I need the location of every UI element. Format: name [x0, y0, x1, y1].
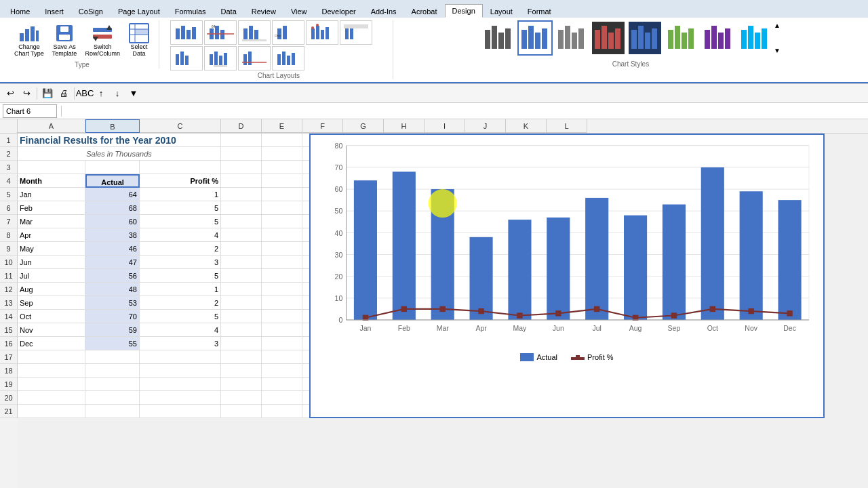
bar-11[interactable] — [778, 200, 802, 320]
chart-style-3[interactable] — [554, 20, 589, 56]
cell-a9[interactable]: May — [18, 242, 85, 256]
chart-style-4[interactable] — [591, 20, 626, 56]
undo-button[interactable]: ↩ — [3, 86, 18, 101]
chart-layout-5[interactable] — [306, 20, 338, 45]
cell-010[interactable] — [221, 256, 262, 269]
col-header-f[interactable]: F — [302, 119, 343, 133]
cell-c15[interactable]: 4 — [140, 323, 221, 337]
cell-c14[interactable]: 5 — [140, 310, 221, 323]
cell-c9[interactable]: 2 — [140, 242, 221, 256]
cell-c6[interactable]: 5 — [140, 201, 221, 215]
bar-10[interactable] — [740, 191, 763, 320]
cell-121[interactable] — [262, 405, 302, 418]
cell-013[interactable] — [221, 296, 262, 310]
cell-011[interactable] — [221, 269, 262, 283]
col-header-d[interactable]: D — [221, 119, 262, 133]
cell-b17[interactable] — [85, 350, 140, 364]
chart-style-1[interactable] — [481, 20, 516, 56]
cell-a4[interactable]: Month — [18, 174, 85, 188]
cell-11[interactable] — [262, 134, 302, 147]
cell-017[interactable] — [221, 350, 262, 364]
col-header-h[interactable]: H — [384, 119, 425, 133]
cell-a2[interactable]: Sales in Thousands — [18, 147, 221, 161]
cell-a1[interactable]: Financial Results for the Year 2010 — [18, 134, 221, 147]
cell-016[interactable] — [221, 337, 262, 350]
cell-115[interactable] — [262, 323, 302, 337]
cell-c5[interactable]: 1 — [140, 188, 221, 201]
cell-a18[interactable] — [18, 364, 85, 378]
redo-button[interactable]: ↪ — [19, 86, 34, 101]
chart-layout-2[interactable]: 64 — [204, 20, 237, 45]
cell-02[interactable] — [221, 147, 262, 161]
cell-07[interactable] — [221, 215, 262, 228]
cell-b13[interactable]: 53 — [85, 296, 140, 310]
tab-format[interactable]: Format — [520, 5, 559, 18]
cell-15[interactable] — [262, 188, 302, 201]
col-header-j[interactable]: J — [465, 119, 506, 133]
cell-12[interactable] — [262, 147, 302, 161]
tab-design[interactable]: Design — [445, 4, 483, 18]
cell-c21[interactable] — [140, 405, 221, 418]
col-header-l[interactable]: L — [547, 119, 587, 133]
cell-c10[interactable]: 3 — [140, 256, 221, 269]
cell-03[interactable] — [221, 161, 262, 174]
cell-c20[interactable] — [140, 391, 221, 405]
cell-b8[interactable]: 38 — [85, 228, 140, 242]
bar-8[interactable] — [663, 205, 686, 320]
name-box[interactable] — [3, 104, 57, 118]
cell-018[interactable] — [221, 364, 262, 378]
col-header-g[interactable]: G — [343, 119, 384, 133]
col-header-b[interactable]: B — [85, 119, 140, 133]
cell-120[interactable] — [262, 391, 302, 405]
cell-c17[interactable] — [140, 350, 221, 364]
tab-page-layout[interactable]: Page Layout — [111, 5, 167, 18]
cell-b5[interactable]: 64 — [85, 188, 140, 201]
cell-c4[interactable]: Profit % — [140, 174, 221, 188]
cell-b10[interactable]: 47 — [85, 256, 140, 269]
cell-113[interactable] — [262, 296, 302, 310]
chart-style-8[interactable] — [737, 20, 772, 56]
cell-c18[interactable] — [140, 364, 221, 378]
cell-08[interactable] — [221, 228, 262, 242]
cell-a15[interactable]: Nov — [18, 323, 85, 337]
cell-b18[interactable] — [85, 364, 140, 378]
cell-a19[interactable] — [18, 378, 85, 391]
tab-acrobat[interactable]: Acrobat — [404, 5, 445, 18]
save-button[interactable]: 💾 — [40, 86, 55, 101]
cell-b3[interactable] — [85, 161, 140, 174]
cell-04[interactable] — [221, 174, 262, 188]
print-button[interactable]: 🖨 — [56, 86, 71, 101]
tab-formulas[interactable]: Formulas — [167, 5, 214, 18]
col-header-c[interactable]: C — [140, 119, 221, 133]
sort-desc-button[interactable]: ↓ — [110, 86, 125, 101]
chart-style-7[interactable] — [701, 20, 736, 56]
chart-style-2[interactable] — [517, 20, 553, 56]
col-header-a[interactable]: A — [18, 119, 85, 133]
cell-b20[interactable] — [85, 391, 140, 405]
chart-layout-1[interactable] — [170, 20, 203, 45]
cell-c12[interactable]: 1 — [140, 283, 221, 296]
cell-b16[interactable]: 55 — [85, 337, 140, 350]
bar-0[interactable] — [354, 180, 377, 320]
spell-button[interactable]: ABC — [77, 86, 92, 101]
cell-a20[interactable] — [18, 391, 85, 405]
cell-c13[interactable]: 2 — [140, 296, 221, 310]
save-as-template-button[interactable]: Save AsTemplate — [49, 20, 81, 60]
cell-b15[interactable]: 59 — [85, 323, 140, 337]
cell-116[interactable] — [262, 337, 302, 350]
cell-c7[interactable]: 5 — [140, 215, 221, 228]
cell-a12[interactable]: Aug — [18, 283, 85, 296]
cell-b9[interactable]: 46 — [85, 242, 140, 256]
tab-data[interactable]: Data — [214, 5, 244, 18]
chart-layout-4[interactable]: Chart — [272, 20, 304, 45]
cell-112[interactable] — [262, 283, 302, 296]
cell-a8[interactable]: Apr — [18, 228, 85, 242]
cell-012[interactable] — [221, 283, 262, 296]
cell-114[interactable] — [262, 310, 302, 323]
chart-layout-9[interactable] — [238, 46, 271, 70]
cell-117[interactable] — [262, 350, 302, 364]
cell-019[interactable] — [221, 378, 262, 391]
cell-19[interactable] — [262, 242, 302, 256]
cell-119[interactable] — [262, 378, 302, 391]
cell-18[interactable] — [262, 228, 302, 242]
